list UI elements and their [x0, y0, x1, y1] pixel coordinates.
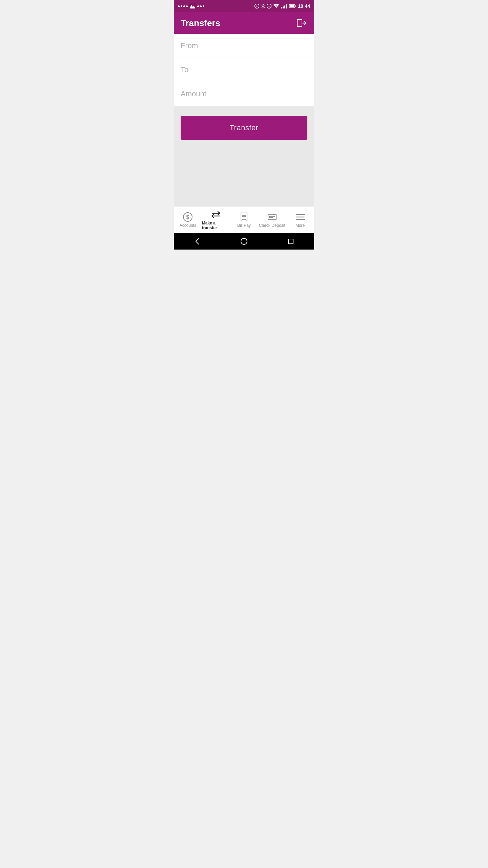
accounts-label: Accounts [180, 223, 196, 228]
transfer-label: Make a transfer [202, 221, 230, 230]
svg-point-29 [241, 238, 247, 244]
check-deposit-icon [267, 212, 277, 222]
logout-button[interactable] [295, 17, 307, 29]
bill-pay-label: Bill Pay [237, 223, 251, 228]
nav-item-bill-pay[interactable]: Bill Pay [230, 210, 258, 231]
more-icon [296, 212, 305, 222]
transfer-icon [211, 210, 221, 219]
recents-button[interactable] [285, 235, 297, 248]
app-bar: Transfers [174, 12, 314, 34]
action-area: Transfer [174, 106, 314, 206]
back-button[interactable] [191, 235, 203, 248]
nav-item-more[interactable]: More [286, 210, 314, 231]
system-navigation-bar [174, 233, 314, 250]
accounts-icon: $ [183, 212, 192, 222]
status-left [178, 4, 204, 8]
logout-icon [296, 18, 307, 28]
svg-rect-11 [295, 5, 296, 7]
status-bar: 10:44 [174, 0, 314, 12]
amount-field[interactable]: Amount [174, 82, 314, 106]
svg-rect-12 [290, 5, 294, 7]
minus-circle-icon [267, 4, 271, 8]
image-icon [190, 4, 195, 8]
wifi-icon [273, 4, 279, 8]
bluetooth-icon [261, 4, 265, 8]
battery-icon [289, 4, 296, 8]
transfer-form: From To Amount [174, 34, 314, 106]
from-field[interactable]: From [174, 34, 314, 58]
to-label: To [181, 65, 188, 74]
signal-dots-2 [197, 5, 204, 7]
to-field[interactable]: To [174, 58, 314, 82]
page-title: Transfers [181, 18, 220, 28]
nav-item-check-deposit[interactable]: Check Deposit [258, 210, 286, 231]
nav-item-accounts[interactable]: $ Accounts [174, 210, 202, 231]
svg-text:$: $ [186, 214, 189, 220]
home-button[interactable] [238, 235, 250, 248]
status-right: 10:44 [255, 3, 310, 9]
plus-circle-icon [255, 4, 259, 8]
bottom-navigation: $ Accounts Make a transfer Bill Pay [174, 206, 314, 233]
transfer-button[interactable]: Transfer [181, 116, 307, 140]
svg-rect-30 [288, 239, 293, 244]
more-label: More [296, 223, 305, 228]
status-time: 10:44 [298, 3, 310, 9]
amount-label: Amount [181, 90, 206, 98]
svg-rect-13 [297, 20, 302, 26]
from-label: From [181, 41, 198, 50]
cell-signal-icon [281, 4, 287, 8]
nav-item-transfer[interactable]: Make a transfer [202, 207, 230, 233]
bill-pay-icon [239, 212, 249, 222]
check-deposit-label: Check Deposit [259, 223, 285, 228]
signal-dots [178, 5, 188, 7]
